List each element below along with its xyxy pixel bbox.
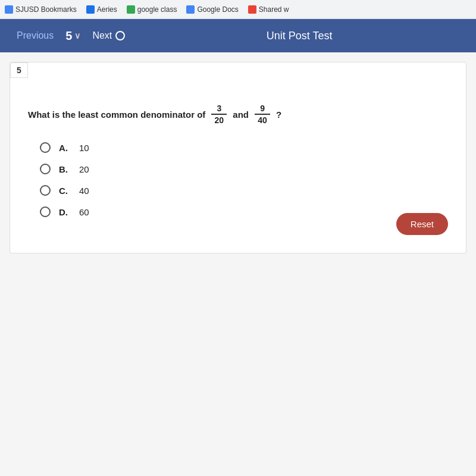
bookmark-sjusd-label: SJUSD Bookmarks (15, 5, 77, 14)
fraction1-line (211, 114, 227, 115)
radio-c[interactable] (40, 185, 51, 196)
bookmark-gdocs-label: Google Docs (197, 5, 238, 14)
option-d-value: 60 (79, 207, 89, 217)
fraction2-numerator: 9 (260, 104, 265, 112)
question-number-nav[interactable]: 5 ∨ (61, 29, 85, 43)
option-a-letter: A. (59, 143, 71, 153)
quiz-nav-bar: Previous 5 ∨ Next Unit Post Test (0, 19, 476, 52)
fraction2-line (255, 114, 270, 115)
bookmark-sjusd[interactable]: SJUSD Bookmarks (5, 5, 77, 14)
bookmark-aeries[interactable]: Aeries (86, 5, 117, 14)
bookmark-gclass[interactable]: google class (127, 5, 177, 14)
question-body: What is the least common denominator of … (28, 92, 448, 229)
option-b-value: 20 (79, 164, 89, 174)
radio-b[interactable] (40, 164, 51, 174)
bookmark-shared[interactable]: Shared w (248, 5, 289, 14)
question-text: What is the least common denominator of (28, 109, 205, 120)
fraction2-denominator: 40 (258, 116, 267, 124)
option-c[interactable]: C. 40 (40, 185, 448, 196)
reset-button[interactable]: Reset (396, 213, 448, 235)
option-d-letter: D. (59, 207, 71, 217)
quiz-title: Unit Post Test (132, 30, 466, 42)
current-question-num: 5 (65, 29, 72, 43)
bookmark-gclass-label: google class (137, 5, 177, 14)
question-number-badge: 5 (10, 62, 28, 78)
fraction-2: 9 40 (255, 104, 270, 124)
gclass-icon (127, 5, 135, 14)
fraction-1: 3 20 (211, 104, 227, 124)
quiz-content-area: 5 What is the least common denominator o… (0, 52, 476, 476)
aeries-icon (86, 5, 95, 14)
bookmark-shared-label: Shared w (259, 5, 289, 14)
next-button[interactable]: Next (85, 26, 132, 46)
next-label: Next (92, 30, 112, 41)
sjusd-icon (5, 5, 13, 14)
bookmarks-bar: SJUSD Bookmarks Aeries google class Goog… (0, 0, 476, 19)
gdocs-icon (186, 5, 195, 14)
question-fractions-row: What is the least common denominator of … (28, 104, 448, 124)
option-c-letter: C. (59, 186, 71, 196)
option-a-value: 10 (79, 143, 89, 153)
bookmark-aeries-label: Aeries (97, 5, 117, 14)
option-d[interactable]: D. 60 (40, 206, 448, 217)
option-c-value: 40 (79, 186, 89, 196)
question-card: 5 What is the least common denominator o… (10, 62, 466, 253)
fraction1-denominator: 20 (215, 116, 224, 124)
bookmark-gdocs[interactable]: Google Docs (186, 5, 238, 14)
question-end-text: ? (276, 109, 281, 120)
fraction1-numerator: 3 (217, 104, 221, 112)
question-dropdown-chevron: ∨ (74, 31, 80, 40)
radio-a[interactable] (40, 142, 51, 153)
option-a[interactable]: A. 10 (40, 142, 448, 153)
option-b[interactable]: B. 20 (40, 164, 448, 174)
answer-options: A. 10 B. 20 C. 40 D. 60 (28, 142, 448, 217)
radio-d[interactable] (40, 206, 51, 217)
conjunction-text: and (233, 109, 249, 120)
previous-button[interactable]: Previous (10, 26, 61, 46)
next-circle-icon (115, 31, 125, 40)
shared-icon (248, 5, 256, 14)
option-b-letter: B. (59, 164, 71, 174)
